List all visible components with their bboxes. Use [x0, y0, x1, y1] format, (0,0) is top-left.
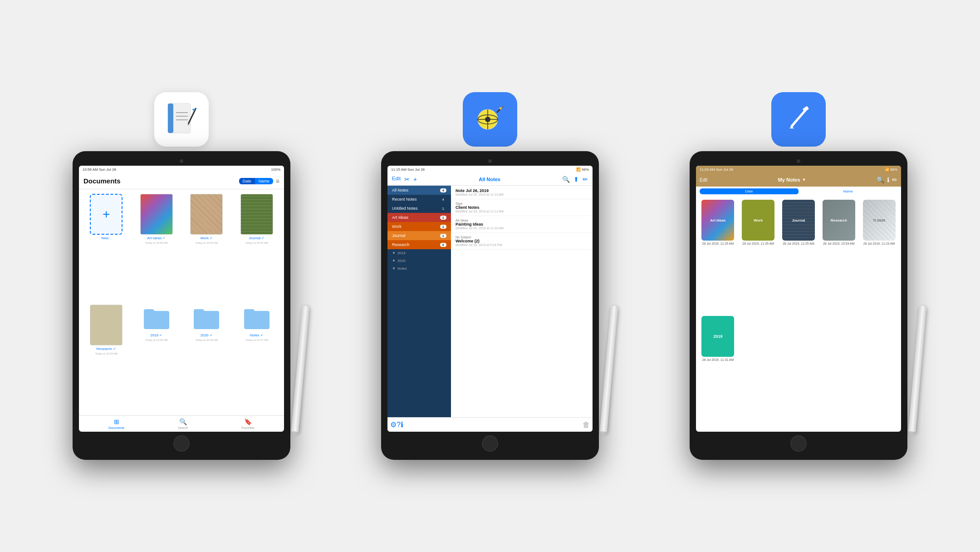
note-0-title: Note Jul 26, 2019	[456, 188, 588, 193]
notability-app-icon[interactable]	[463, 92, 517, 147]
note-item-1[interactable]: Style Client Notes Modified Jul 26, 2019…	[451, 199, 593, 216]
sort-date-btn[interactable]: Date	[700, 188, 799, 194]
note-item-0[interactable]: Note Jul 26, 2019 Modified Jul 26, 2019 …	[451, 186, 593, 199]
compose-icon[interactable]: ✏	[892, 176, 897, 183]
svg-marker-15	[496, 113, 498, 114]
note-ti2020[interactable]: TI 2020 28 Jul 2019, 11:23 AM	[861, 200, 897, 312]
trash-icon[interactable]: 🗑	[583, 421, 590, 429]
svg-rect-1	[168, 104, 173, 133]
note-1-subtitle: Style	[456, 202, 588, 205]
folder-notes[interactable]: Notes ✓ Today at 10:47 AM	[234, 305, 280, 411]
sidebar-all-notes[interactable]: All Notes 4	[387, 186, 451, 195]
notability-bottom-bar: ⚙ ? ℹ 🗑	[387, 417, 593, 432]
info-icon[interactable]: ℹ	[401, 420, 403, 429]
note-art-ideas[interactable]: Art Ideas 28 Jul 2019, 11:25 AM	[700, 200, 736, 312]
edit-button[interactable]: Edit	[700, 177, 707, 182]
note-journal[interactable]: Journal 28 Jul 2019, 11:25 AM	[780, 200, 817, 312]
journal-badge: 1	[440, 234, 446, 238]
sidebar-art-ideas[interactable]: Art Ideas 1	[387, 213, 451, 222]
tab-documents[interactable]: ⊞ Documents	[108, 418, 124, 429]
tab-favorites-label: Favorites	[241, 426, 255, 429]
sidebar-work[interactable]: Work 1	[387, 222, 451, 231]
sidebar-notes-folder[interactable]: ▼ Notes	[387, 265, 451, 272]
untitled-notes-label: Untitled Notes	[392, 206, 418, 211]
home-button[interactable]	[790, 435, 807, 452]
documents-grid: + New... Art Ideas ✓ Today at 10:56 AM	[79, 189, 284, 415]
notability-container: All Notes 4 Recent Notes 4 Untitled Note…	[387, 186, 593, 417]
status-battery: 100%	[271, 168, 280, 172]
journal-thumb: Journal	[782, 200, 815, 241]
mynotes-app-icon[interactable]	[771, 92, 826, 147]
all-notes-badge: 4	[440, 188, 446, 192]
sidebar-journal[interactable]: Journal 1	[387, 231, 451, 240]
info-icon[interactable]: ℹ	[887, 176, 889, 183]
work-label: Work	[754, 218, 763, 222]
sidebar-2019-folder[interactable]: ▼ 2019	[387, 249, 451, 257]
svg-marker-17	[789, 126, 794, 128]
folder-2019-date: Today at 10:45 AM	[145, 339, 168, 341]
sidebar-research[interactable]: Research 0	[387, 240, 451, 249]
note-0-date: Modified Jul 26, 2019 at 11:13 AM	[456, 193, 588, 196]
sort-segment[interactable]: Date Name	[700, 188, 897, 194]
note-research[interactable]: Research 28 Jul 2019, 15:54 AM	[820, 200, 857, 312]
home-button[interactable]	[482, 435, 498, 452]
doc-research[interactable]: Research ✓ Today at 10:53 AM	[83, 305, 129, 411]
sidebar-2020-folder[interactable]: ▼ 2020	[387, 257, 451, 265]
folder-2020[interactable]: 2020 ✓ Today at 10:46 AM	[184, 305, 230, 411]
notability-screen: 11:15 AM Sun Jul 28 📶 98% Edit ✂ + All N…	[387, 166, 593, 432]
tab-search[interactable]: 🔍 Search	[178, 418, 188, 429]
search-icon[interactable]: 🔍	[562, 176, 570, 183]
doc-work-label: Work ✓	[200, 236, 213, 240]
notability-sidebar: All Notes 4 Recent Notes 4 Untitled Note…	[387, 186, 451, 417]
cut-icon[interactable]: ✂	[404, 176, 410, 183]
doc-work-thumb	[190, 194, 223, 235]
sort-name-btn[interactable]: Name	[799, 188, 897, 194]
recent-notes-badge: 4	[440, 197, 446, 202]
home-button[interactable]	[173, 435, 190, 452]
note-work[interactable]: Work 28 Jul 2019, 11:25 AM	[740, 200, 777, 312]
add-icon[interactable]: +	[413, 176, 417, 183]
doc-work[interactable]: Work ✓ Today at 10:55 AM	[184, 194, 230, 300]
note-2-title: Painting Ideas	[456, 222, 588, 227]
settings-icon[interactable]: ⚙	[390, 420, 397, 429]
note-item-3[interactable]: No Subject Welcome (2) Modified Jul 26, …	[451, 233, 593, 250]
search-icon[interactable]: 🔍	[877, 176, 884, 183]
mynotes-section: 11:03 AM Sun Jul 28 📶 98% Edit My Notes …	[690, 92, 907, 460]
title-text: My Notes	[778, 177, 800, 182]
tab-search-label: Search	[178, 426, 188, 429]
tab-favorites[interactable]: 🔖 Favorites	[241, 418, 255, 429]
note-2019[interactable]: 2019 28 Jul 2019, 11:31 AM	[700, 316, 736, 429]
all-notes-title: All Notes	[417, 177, 562, 182]
art-ideas-thumb: Art Ideas	[701, 200, 734, 241]
goodnotes-app-icon[interactable]	[154, 92, 209, 147]
sort-segment[interactable]: Date Name	[239, 178, 273, 184]
sidebar-untitled-notes[interactable]: Untitled Notes 1	[387, 204, 451, 213]
svg-line-16	[792, 110, 805, 126]
folder-2019[interactable]: 2019 ✓ Today at 10:45 AM	[134, 305, 180, 411]
folder-notes-label: Notes	[397, 266, 407, 271]
doc-art-ideas[interactable]: Art Ideas ✓ Today at 10:56 AM	[134, 194, 180, 300]
sort-name-btn[interactable]: Name	[255, 178, 273, 184]
recent-notes-label: Recent Notes	[392, 197, 417, 202]
sidebar-recent-notes[interactable]: Recent Notes 4	[387, 195, 451, 204]
doc-research-thumb	[90, 305, 122, 345]
doc-art-ideas-date: Today at 10:56 AM	[145, 242, 168, 244]
list-view-icon[interactable]: ≡	[276, 177, 279, 185]
ipad-camera	[180, 159, 183, 163]
sort-date-btn[interactable]: Date	[239, 178, 255, 184]
note-item-2[interactable]: Art Ideas Painting Ideas Modified Jul 26…	[451, 216, 593, 233]
work-badge: 1	[440, 225, 446, 229]
more-icon[interactable]: ✏	[583, 176, 588, 183]
doc-journal-date: Today at 10:53 AM	[245, 242, 268, 244]
folder-2020-date: Today at 10:46 AM	[195, 339, 218, 341]
doc-journal[interactable]: Journal ✓ Today at 10:53 AM	[234, 194, 280, 300]
help-icon[interactable]: ?	[397, 421, 401, 429]
work-date: 28 Jul 2019, 11:25 AM	[742, 242, 774, 246]
ti2020-thumb: TI 2020	[863, 200, 896, 241]
new-doc-button[interactable]: +	[90, 194, 122, 235]
edit-button[interactable]: Edit	[392, 176, 401, 183]
research-thumb: Research	[823, 200, 855, 241]
share-icon[interactable]: ⬆	[573, 176, 579, 183]
apple-pencil	[908, 306, 926, 433]
new-doc-item[interactable]: + New...	[83, 194, 129, 300]
